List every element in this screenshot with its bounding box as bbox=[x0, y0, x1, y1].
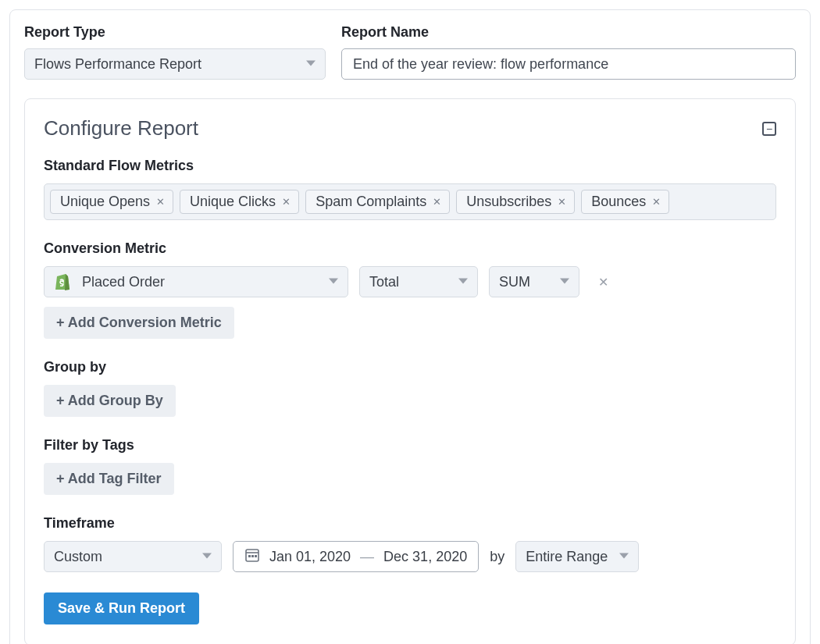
timeframe-granularity-select[interactable]: Entire Range bbox=[515, 541, 639, 572]
metric-tag-label: Unique Clicks bbox=[190, 194, 276, 210]
chevron-down-icon bbox=[329, 276, 338, 288]
conversion-agg1-value: Total bbox=[369, 274, 399, 290]
by-label: by bbox=[490, 549, 504, 565]
close-icon[interactable]: ✕ bbox=[652, 196, 661, 208]
chevron-down-icon bbox=[202, 551, 212, 563]
metric-tag[interactable]: Unique Opens ✕ bbox=[50, 190, 173, 214]
report-type-label: Report Type bbox=[24, 24, 326, 41]
svg-rect-2 bbox=[248, 555, 251, 557]
filter-tags-label: Filter by Tags bbox=[44, 437, 776, 454]
save-run-report-button[interactable]: Save & Run Report bbox=[44, 592, 199, 624]
report-type-value: Flows Performance Report bbox=[34, 56, 201, 73]
conversion-metric-value: Placed Order bbox=[82, 274, 165, 290]
add-conversion-metric-button[interactable]: + Add Conversion Metric bbox=[44, 307, 234, 339]
remove-conversion-icon[interactable]: ✕ bbox=[598, 275, 608, 290]
metric-tag[interactable]: Unsubscribes ✕ bbox=[456, 190, 575, 214]
date-range-picker[interactable]: Jan 01, 2020 — Dec 31, 2020 bbox=[233, 541, 479, 572]
chevron-down-icon bbox=[560, 276, 569, 288]
configure-report-panel: Configure Report − Standard Flow Metrics… bbox=[24, 98, 796, 644]
add-group-by-button[interactable]: + Add Group By bbox=[44, 385, 176, 417]
timeframe-mode-select[interactable]: Custom bbox=[44, 541, 222, 572]
svg-rect-3 bbox=[251, 555, 254, 557]
date-separator: — bbox=[360, 549, 374, 565]
metric-tag-label: Unsubscribes bbox=[466, 194, 551, 210]
timeframe-row: Custom Jan 01, 2020 — Dec 31 bbox=[44, 541, 776, 572]
report-type-block: Report Type Flows Performance Report bbox=[24, 24, 326, 80]
chevron-down-icon bbox=[458, 276, 468, 288]
conversion-agg2-select[interactable]: SUM bbox=[489, 266, 579, 297]
conversion-metric-row: Placed Order Total SUM ✕ bbox=[44, 266, 776, 297]
standard-metrics-label: Standard Flow Metrics bbox=[44, 158, 776, 174]
conversion-metric-select[interactable]: Placed Order bbox=[44, 266, 348, 297]
collapse-icon[interactable]: − bbox=[762, 122, 776, 136]
report-type-select[interactable]: Flows Performance Report bbox=[24, 48, 326, 80]
date-start: Jan 01, 2020 bbox=[269, 549, 351, 565]
panel-header: Configure Report − bbox=[44, 116, 776, 141]
close-icon[interactable]: ✕ bbox=[433, 196, 441, 208]
conversion-metric-label: Conversion Metric bbox=[44, 240, 776, 257]
add-tag-filter-button[interactable]: + Add Tag Filter bbox=[44, 463, 174, 495]
report-name-block: Report Name bbox=[341, 24, 796, 80]
chevron-down-icon bbox=[619, 551, 629, 563]
conversion-agg2-value: SUM bbox=[499, 274, 530, 290]
standard-metrics-well[interactable]: Unique Opens ✕ Unique Clicks ✕ Spam Comp… bbox=[44, 183, 776, 220]
date-end: Dec 31, 2020 bbox=[383, 549, 467, 565]
close-icon[interactable]: ✕ bbox=[282, 196, 291, 208]
metric-tag-label: Bounces bbox=[591, 194, 646, 210]
close-icon[interactable]: ✕ bbox=[156, 196, 165, 208]
report-name-label: Report Name bbox=[341, 24, 796, 41]
report-name-input[interactable] bbox=[341, 48, 796, 80]
metric-tag[interactable]: Unique Clicks ✕ bbox=[180, 190, 299, 214]
report-builder-card: Report Type Flows Performance Report Rep… bbox=[9, 9, 811, 644]
chevron-down-icon bbox=[306, 59, 316, 70]
timeframe-granularity-value: Entire Range bbox=[526, 549, 608, 565]
timeframe-label: Timeframe bbox=[44, 515, 776, 532]
metric-tag[interactable]: Bounces ✕ bbox=[581, 190, 669, 214]
metric-tag-label: Spam Complaints bbox=[316, 194, 426, 210]
panel-title: Configure Report bbox=[44, 116, 198, 141]
calendar-icon bbox=[244, 547, 260, 567]
group-by-label: Group by bbox=[44, 359, 776, 375]
svg-rect-4 bbox=[255, 555, 257, 557]
metric-tag[interactable]: Spam Complaints ✕ bbox=[305, 190, 450, 214]
shopify-icon bbox=[54, 272, 71, 291]
top-fields-row: Report Type Flows Performance Report Rep… bbox=[24, 24, 796, 80]
metric-tag-label: Unique Opens bbox=[60, 194, 150, 210]
close-icon[interactable]: ✕ bbox=[558, 196, 566, 208]
conversion-agg1-select[interactable]: Total bbox=[359, 266, 478, 297]
timeframe-mode-value: Custom bbox=[54, 549, 102, 565]
